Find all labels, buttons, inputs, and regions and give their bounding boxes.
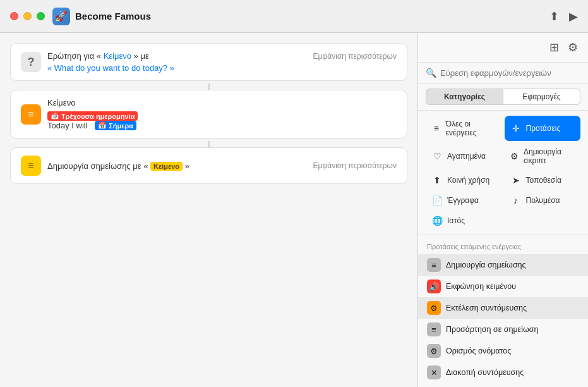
text-icon: ≡ xyxy=(21,104,41,125)
suggestion-create-note-label: Δημιουργία σημείωσης xyxy=(446,261,526,269)
date-badge-label: Τρέχουσα ημερομηνία xyxy=(61,113,135,120)
ask-icon: ? xyxy=(21,52,41,72)
right-panel: ⊞ ⚙ 🔍 Κατηγορίες Εφαρμογές ≡ Όλες οι ενέ… xyxy=(417,33,588,387)
cat-media[interactable]: ♪ Πολυμέσα xyxy=(505,192,581,209)
cat-suggestions[interactable]: ✛ Προτάσεις xyxy=(505,116,581,141)
date-badge: 📅 Τρέχουσα ημερομηνία xyxy=(47,111,138,121)
cat-docs-icon: 📄 xyxy=(431,195,443,206)
cat-favorites[interactable]: ♡ Αγαπημένα xyxy=(426,144,502,169)
cat-favorites-icon: ♡ xyxy=(431,151,443,161)
app-title: Become Famous xyxy=(75,11,549,22)
ask-title-link[interactable]: Κείμενο xyxy=(104,51,131,61)
ask-content: Ερώτηση για « Κείμενο » με Εμφάνιση περι… xyxy=(47,51,397,73)
note-text-badge: Κείμενο xyxy=(150,162,183,171)
cat-docs-label: Έγγραφα xyxy=(447,196,479,205)
suggestion-stop-shortcut-label: Διακοπή συντόμευσης xyxy=(446,368,524,377)
cat-all-label: Όλες οι ενέργειες xyxy=(446,120,497,137)
search-bar: 🔍 xyxy=(418,63,588,83)
suggestion-append-note-label: Προσάρτηση σε σημείωση xyxy=(446,325,538,334)
text-title-row: Κείμενο xyxy=(47,98,397,108)
add-to-library-button[interactable]: ⊞ xyxy=(548,39,560,56)
app-icon: 🚀 xyxy=(52,8,70,25)
titlebar: 🚀 Become Famous ⬆ ▶ xyxy=(0,0,588,33)
cat-suggestions-label: Προτάσεις xyxy=(526,124,561,133)
suggestion-copy-clipboard[interactable]: 📋 Αντιγραφή στο Πρόχειρο xyxy=(418,383,588,387)
cat-media-label: Πολυμέσα xyxy=(526,196,560,205)
connector-1 xyxy=(208,83,210,90)
cat-all[interactable]: ≡ Όλες οι ενέργειες xyxy=(426,116,502,141)
text-content: Κείμενο 📅 Τρέχουσα ημερομηνία Today I wi… xyxy=(47,98,397,130)
cat-suggestions-icon: ✛ xyxy=(510,123,522,133)
cat-web[interactable]: 🌐 Ιστός xyxy=(426,212,502,230)
titlebar-actions: ⬆ ▶ xyxy=(549,9,578,23)
cat-sharing-icon: ⬆ xyxy=(431,175,443,185)
cat-docs[interactable]: 📄 Έγγραφα xyxy=(426,192,502,209)
suggestion-create-note-icon: ≡ xyxy=(427,258,441,272)
today-badge-icon: 📅 xyxy=(98,121,107,130)
traffic-lights xyxy=(10,12,45,20)
suggestion-run-shortcut-icon: ⚙ xyxy=(427,301,441,315)
suggestion-speak-text-label: Εκφώνηση κειμένου xyxy=(446,282,516,291)
suggestion-append-note-icon: ≡ xyxy=(427,322,441,336)
suggestion-speak-text[interactable]: 🔊 Εκφώνηση κειμένου xyxy=(418,276,588,297)
cat-media-icon: ♪ xyxy=(510,195,522,206)
text-body-line1: 📅 Τρέχουσα ημερομηνία xyxy=(47,111,397,121)
note-block: ≡ Δημιουργία σημείωσης με « Κείμενο » Εμ… xyxy=(10,147,407,184)
cat-favorites-label: Αγαπημένα xyxy=(447,152,486,161)
share-button[interactable]: ⬆ xyxy=(549,9,559,23)
text-title: Κείμενο xyxy=(47,98,75,108)
text-block-header: ≡ Κείμενο 📅 Τρέχουσα ημερομηνία xyxy=(21,98,397,130)
cat-sharing-label: Κοινή χρήση xyxy=(447,176,489,185)
suggestion-run-shortcut-label: Εκτέλεση συντόμευσης xyxy=(446,304,527,312)
cat-sharing[interactable]: ⬆ Κοινή χρήση xyxy=(426,171,502,189)
suggestions-section: Προτάσεις επόμενης ενέργειας ≡ Δημιουργί… xyxy=(418,235,588,387)
right-panel-toolbar: ⊞ ⚙ xyxy=(418,33,588,63)
ask-block-header: ? Ερώτηση για « Κείμενο » με Εμφάνιση πε… xyxy=(21,51,397,73)
note-title-row: Δημιουργία σημείωσης με « Κείμενο » Εμφά… xyxy=(47,161,397,171)
suggestion-speak-text-icon: 🔊 xyxy=(427,280,441,293)
cat-web-icon: 🌐 xyxy=(431,216,443,226)
ask-show-more[interactable]: Εμφάνιση περισσότερων xyxy=(313,52,397,61)
suggestion-stop-shortcut[interactable]: ✕ Διακοπή συντόμευσης xyxy=(418,362,588,383)
note-block-header: ≡ Δημιουργία σημείωσης με « Κείμενο » Εμ… xyxy=(21,156,397,176)
suggestion-set-name[interactable]: ⚙ Ορισμός ονόματος xyxy=(418,340,588,362)
suggestion-set-name-label: Ορισμός ονόματος xyxy=(446,347,511,355)
cat-scripting-label: Δημιουργία σκριπτ xyxy=(524,147,575,165)
text-body-line2: Today I will 📅 Σήμερα xyxy=(47,121,397,130)
main-content: ? Ερώτηση για « Κείμενο » με Εμφάνιση πε… xyxy=(0,33,588,387)
ask-block: ? Ερώτηση για « Κείμενο » με Εμφάνιση πε… xyxy=(10,43,407,81)
ask-title: Ερώτηση για « Κείμενο » με xyxy=(47,51,149,61)
minimize-button[interactable] xyxy=(23,12,32,20)
tab-categories[interactable]: Κατηγορίες xyxy=(426,89,503,105)
left-panel: ? Ερώτηση για « Κείμενο » με Εμφάνιση πε… xyxy=(0,33,417,387)
suggestion-create-note[interactable]: ≡ Δημιουργία σημείωσης xyxy=(418,254,588,276)
search-icon: 🔍 xyxy=(426,68,436,78)
cat-scripting[interactable]: ⚙ Δημιουργία σκριπτ xyxy=(505,144,581,169)
cat-scripting-icon: ⚙ xyxy=(510,151,520,161)
filter-button[interactable]: ⚙ xyxy=(567,39,579,56)
suggestion-stop-shortcut-icon: ✕ xyxy=(427,366,441,379)
play-button[interactable]: ▶ xyxy=(569,9,578,23)
category-tabs: Κατηγορίες Εφαρμογές xyxy=(418,83,588,111)
text-block: ≡ Κείμενο 📅 Τρέχουσα ημερομηνία xyxy=(10,90,407,138)
suggestion-append-note[interactable]: ≡ Προσάρτηση σε σημείωση xyxy=(418,319,588,340)
search-input[interactable] xyxy=(440,68,580,78)
cat-web-label: Ιστός xyxy=(447,216,465,225)
close-button[interactable] xyxy=(10,12,18,20)
note-content: Δημιουργία σημείωσης με « Κείμενο » Εμφά… xyxy=(47,161,397,171)
today-badge: 📅 Σήμερα xyxy=(95,121,136,130)
tab-apps[interactable]: Εφαρμογές xyxy=(503,89,580,105)
fullscreen-button[interactable] xyxy=(37,12,45,20)
connector-2 xyxy=(208,141,210,147)
suggestion-run-shortcut[interactable]: ⚙ Εκτέλεση συντόμευσης xyxy=(418,297,588,319)
ask-title-row: Ερώτηση για « Κείμενο » με Εμφάνιση περι… xyxy=(47,51,397,61)
suggestions-label: Προτάσεις επόμενης ενέργειας xyxy=(418,240,588,254)
note-icon: ≡ xyxy=(21,156,41,176)
text-body: 📅 Τρέχουσα ημερομηνία Today I will 📅 Σήμ… xyxy=(47,111,397,130)
cat-location[interactable]: ➤ Τοποθεσία xyxy=(505,171,581,189)
categories-grid: ≡ Όλες οι ενέργειες ✛ Προτάσεις ♡ Αγαπημ… xyxy=(418,111,588,235)
date-badge-icon: 📅 xyxy=(51,112,59,120)
text-body-prefix: Today I will xyxy=(47,121,88,130)
note-show-more[interactable]: Εμφάνιση περισσότερων xyxy=(313,161,397,170)
suggestion-set-name-icon: ⚙ xyxy=(427,344,441,358)
